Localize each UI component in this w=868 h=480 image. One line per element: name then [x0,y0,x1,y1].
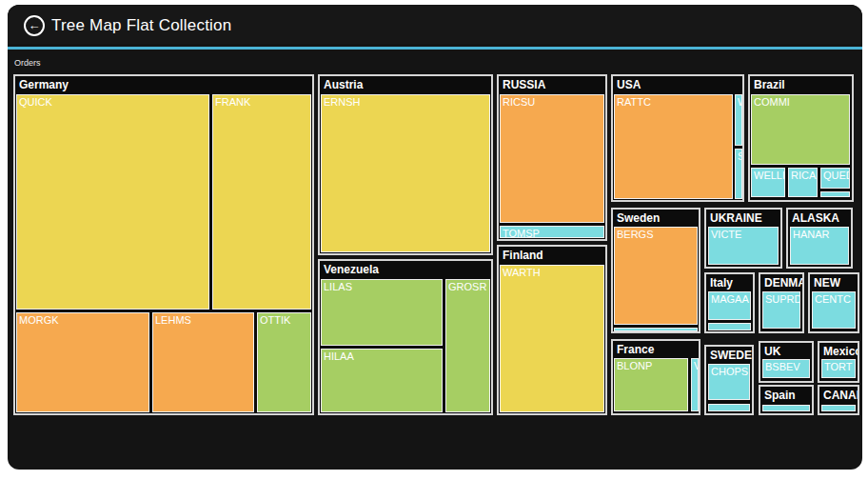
cell-blonp[interactable]: BLONP [614,358,688,411]
group-sweden: SwedenBERGS [611,208,700,333]
group-title: DENMAR [760,274,802,291]
cell-quick[interactable]: QUICK [16,94,209,310]
cell-w[interactable]: W [735,94,742,146]
cell-tort[interactable]: TORT [821,359,856,378]
cell-grosr[interactable]: GROSR [445,279,490,412]
group-new: NEWCENTC [808,272,859,333]
group-title: SWEDEN [706,347,752,364]
group-title: Spain [760,387,812,404]
cell-label: LEHMS [153,313,253,327]
cell-label [709,405,749,406]
cell-label: BLONP [615,359,687,372]
cell-label: BSBEV [763,360,809,373]
cell-hilaa[interactable]: HILAA [321,349,443,412]
cell-label [822,406,855,407]
cell-label: BERGS [615,228,697,241]
cell-label: ERNSH [322,95,489,109]
cell-victe[interactable]: VICTE [708,227,779,265]
cell-ricsu[interactable]: RICSU [500,94,604,223]
group-title: Sweden [613,210,699,227]
cell-blank[interactable]: - - - - [708,323,751,330]
cell-label: CHOPS [709,365,749,378]
cell-chops[interactable]: CHOPS [708,364,750,400]
group-france: FranceBLONPV [611,339,700,415]
cell-quede[interactable]: QUEDE [820,168,850,189]
cell-label: QUEDE [821,169,849,182]
cell-morgk[interactable]: MORGK [16,312,149,412]
group-germany: GermanyQUICKFRANKMORGKLEHMSOTTIK [13,74,314,415]
cell-bergs[interactable]: BERGS [614,227,698,325]
group-alaska: ALASKAHANAR [786,208,853,269]
cell-commi[interactable]: COMMI [751,94,850,165]
cell-label: TORT [822,360,855,373]
cell-label [615,329,697,330]
group-title: Brazil [750,76,852,93]
cell-label [821,192,849,193]
cell-blank[interactable] [821,405,856,411]
cell-label: SUPRD [763,292,799,306]
cell-suprd[interactable]: SUPRD [762,291,800,329]
cell-tomsp[interactable]: TOMSP [500,226,604,238]
cell-label: V [692,359,698,372]
cell-label: S [736,150,741,163]
page: ← Tree Map Flat Collection Orders German… [0,0,868,480]
group-brazil: BrazilCOMMIWELLIRICARQUEDE [748,74,854,202]
cell-lehms[interactable]: LEHMS [152,312,254,412]
group-title: NEW [810,274,858,291]
cell-ricar[interactable]: RICAR [788,168,818,197]
group-russia: RUSSIARICSUTOMSP [497,74,607,241]
group-title: Italy [706,274,753,291]
group-title: Mexico [819,343,858,360]
cell-bsbev[interactable]: BSBEV [762,359,810,378]
cell-warth[interactable]: WARTH [500,265,604,412]
cell-centc[interactable]: CENTC [812,291,856,329]
group-usa: USARATTCWS [611,74,744,202]
cell-label: LILAS [322,280,442,293]
cell-label: WELLI [752,169,784,182]
cell-magaa[interactable]: MAGAA [708,291,751,320]
cell-label: HILAA [322,350,442,363]
group-title: UKRAINE [706,210,780,227]
cell-v[interactable]: V [691,358,699,411]
cell-label: HANAR [791,228,848,241]
cell-ernsh[interactable]: ERNSH [321,94,490,252]
group-title: France [613,341,699,358]
group-austria: AustriaERNSH [318,74,493,255]
cell-label: RATTC [615,95,732,109]
cell-lilas[interactable]: LILAS [321,279,443,346]
cell-frank[interactable]: FRANK [212,94,311,310]
group-venezuela: VenezuelaLILASHILAAGROSR [318,259,493,415]
group-ukraine: UKRAINEVICTE [704,208,782,269]
group-title: UK [760,343,812,360]
group-title: ALASKA [788,210,851,227]
cell-label: - - - - [709,324,750,330]
group-canad: CANAD [818,385,859,415]
treemap: GermanyQUICKFRANKMORGKLEHMSOTTIKAustriaE… [8,5,862,470]
cell-ottik[interactable]: OTTIK [257,312,311,412]
cell-blank[interactable] [762,405,810,411]
cell-label: WARTH [501,266,603,279]
cell-label: CENTC [813,292,855,306]
cell-welli[interactable]: WELLI [751,168,785,197]
cell-label: RICAR [789,169,817,182]
group-sweden: SWEDENCHOPS [704,345,754,415]
cell-blank[interactable] [820,191,850,197]
cell-s[interactable]: S [735,149,742,199]
cell-blank[interactable] [614,328,698,331]
cell-hanar[interactable]: HANAR [790,227,849,265]
cell-rattc[interactable]: RATTC [614,94,733,199]
group-title: Venezuela [320,261,491,278]
cell-label: RICSU [501,95,603,109]
group-title: RUSSIA [499,76,605,93]
group-spain: Spain [759,385,814,415]
cell-label: TOMSP [501,227,603,238]
app-window: ← Tree Map Flat Collection Orders German… [8,5,862,470]
cell-label: MORGK [17,313,148,327]
cell-blank[interactable] [708,404,750,411]
cell-label: GROSR [446,280,489,293]
group-mexico: MexicoTORT [818,341,859,383]
group-italy: ItalyMAGAA- - - - [704,272,755,333]
cell-label: W [736,95,741,109]
cell-label: MAGAA [709,292,750,306]
cell-label: OTTIK [258,313,310,327]
